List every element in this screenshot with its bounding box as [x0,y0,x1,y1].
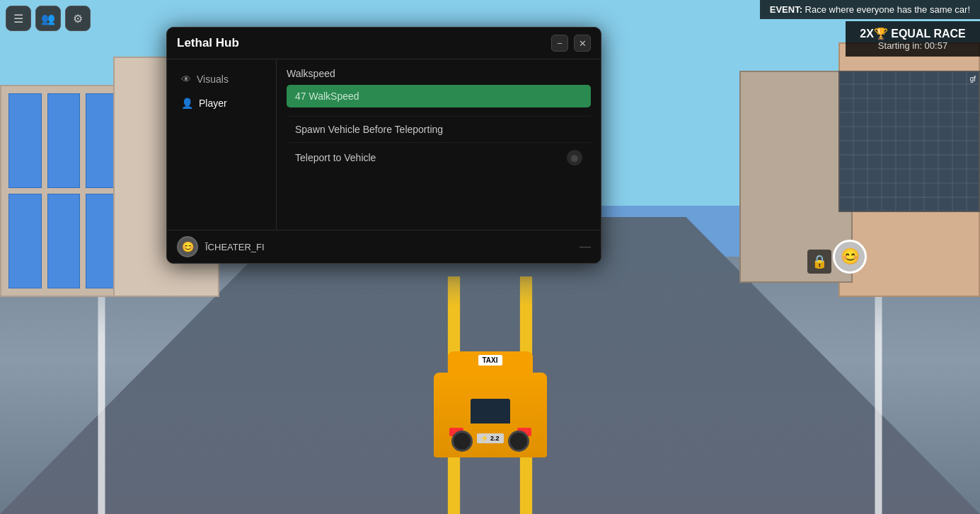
gear-icon: ⚙ [73,12,83,25]
event-banner: EVENT: Race where everyone has the same … [760,0,980,19]
window [47,194,81,288]
race-box: 2X🏆 EQUAL RACE Starting in: 00:57 [846,21,980,57]
taxi-wheel-left [451,431,473,452]
teleport-vehicle-row[interactable]: Teleport to Vehicle ◎ [287,142,591,173]
minimize-icon: − [557,38,563,49]
footer-dash[interactable]: — [580,240,591,253]
lock-icon: 🔒 [812,255,827,269]
walkspeed-label: Walkspeed [287,68,591,79]
avatar-icon: 😊 [841,247,860,266]
avatar-container: 😊 [833,240,867,274]
window [47,93,81,188]
modal-controls: − ✕ [551,35,591,52]
taxi-wheel-right [508,431,529,452]
modal-title: Lethal Hub [177,36,239,50]
sidebar-item-player[interactable]: 👤 Player [171,92,272,115]
top-bar-left: ☰ 👥 ⚙ [6,6,91,31]
taxi-sign: TAXI [478,355,502,366]
lethal-hub-modal: Lethal Hub − ✕ 👁 Visuals 👤 Player [166,27,601,264]
teleport-vehicle-label: Teleport to Vehicle [295,152,376,163]
minimize-button[interactable]: − [551,35,568,52]
players-button[interactable]: 👥 [35,6,61,31]
taxi-plate: ⚡ 2.2 [476,433,503,443]
sidebar-label-player: Player [199,98,227,109]
modal-titlebar: Lethal Hub − ✕ [167,28,601,59]
menu-button[interactable]: ☰ [6,6,31,31]
person-icon: 👤 [181,98,193,109]
building-1-windows [8,93,119,288]
race-title: 2X🏆 EQUAL RACE [858,27,967,40]
modal-content: Walkspeed Spawn Vehicle Before Teleporti… [277,59,601,230]
close-button[interactable]: ✕ [574,35,591,52]
minimap-inner: gf [840,72,979,211]
settings-button[interactable]: ⚙ [65,6,91,31]
modal-sidebar: 👁 Visuals 👤 Player [167,59,277,230]
walkspeed-input-container [287,85,591,107]
footer-avatar-icon: 😊 [182,241,194,252]
footer-username: ĨCHEATER_FI [205,242,265,252]
modal-footer: 😊 ĨCHEATER_FI — [167,230,601,263]
window [8,194,42,288]
event-label: EVENT: [770,4,802,15]
teleport-icon-badge: ◎ [567,150,582,165]
menu-icon: ☰ [13,12,23,25]
close-icon: ✕ [579,38,587,49]
footer-avatar: 😊 [177,236,198,257]
taxi-windshield [471,399,510,424]
taxi-car: TAXI ⚡ 2.2 [420,330,561,472]
lock-icon-container: 🔒 [807,250,831,274]
race-timer: Starting in: 00:57 [858,40,967,51]
event-text: Race where everyone has the same car! [805,4,970,15]
spawn-vehicle-label: Spawn Vehicle Before Teleporting [295,124,443,135]
eye-icon: 👁 [181,74,191,85]
window [8,93,42,188]
sidebar-label-visuals: Visuals [197,74,229,85]
minimap: gf [838,71,980,212]
minimap-username: gf [970,75,976,83]
modal-body: 👁 Visuals 👤 Player Walkspeed Spawn Vehic… [167,59,601,230]
building-1 [0,85,127,297]
walkspeed-input[interactable] [287,85,591,107]
players-icon: 👥 [41,12,55,25]
taxi-body: ⚡ 2.2 [434,373,547,457]
spawn-vehicle-row[interactable]: Spawn Vehicle Before Teleporting [287,116,591,142]
fingerprint-icon: ◎ [571,153,578,163]
sidebar-item-visuals[interactable]: 👁 Visuals [171,68,272,90]
